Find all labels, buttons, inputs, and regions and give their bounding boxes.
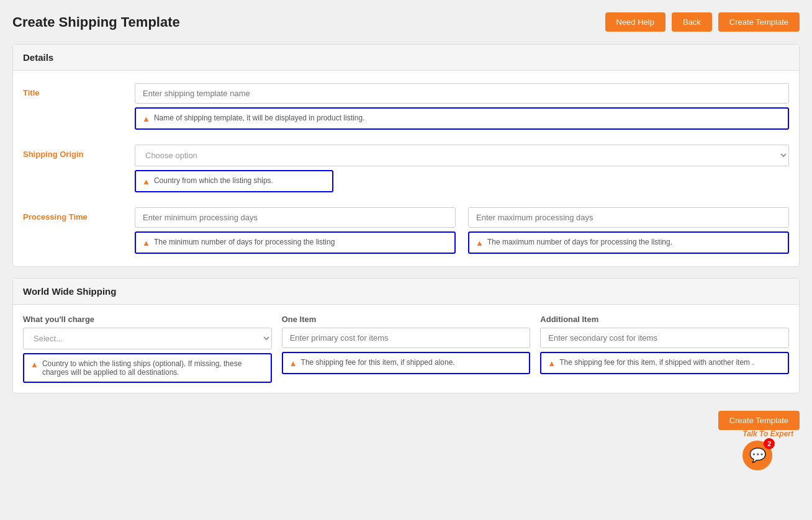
shipping-origin-content: Choose option ▲ Country from which the l…	[135, 145, 789, 192]
title-content: ▲ Name of shipping template, it will be …	[135, 83, 789, 130]
shipping-origin-hint-icon: ▲	[142, 177, 150, 186]
one-item-hint-box: ▲ The shipping fee for this item, if shi…	[282, 352, 531, 374]
title-hint-icon: ▲	[142, 114, 150, 123]
title-label: Title	[23, 83, 135, 97]
one-item-input[interactable]	[282, 328, 531, 348]
wws-body: What you'll charge Select... ▲ Country t…	[13, 305, 799, 393]
need-help-button[interactable]: Need Help	[605, 12, 665, 32]
create-template-button-bottom[interactable]: Create Template	[718, 411, 800, 430]
what-charge-hint-icon: ▲	[30, 360, 38, 369]
max-processing-hint-text: The maximum number of days for processin…	[487, 238, 672, 246]
what-charge-label: What you'll charge	[23, 315, 272, 324]
one-item-hint-icon: ▲	[289, 359, 297, 368]
what-charge-hint-text: Country to which the listing ships (opti…	[42, 359, 264, 377]
additional-item-col: Additional Item ▲ The shipping fee for t…	[540, 315, 789, 374]
min-processing-hint-box: ▲ The minimum number of days for process…	[135, 231, 456, 254]
what-charge-select[interactable]: Select...	[23, 328, 272, 349]
page-wrapper: Create Shipping Template Need Help Back …	[0, 0, 812, 520]
back-button[interactable]: Back	[672, 12, 712, 32]
title-input[interactable]	[135, 83, 789, 104]
chat-bubble-button[interactable]: 💬 2	[742, 441, 772, 470]
processing-time-row: Processing Time ▲ The minimum number of …	[23, 207, 789, 254]
additional-item-label: Additional Item	[540, 315, 789, 324]
chat-widget: ↗ Talk To Expert 💬 2	[742, 429, 793, 470]
what-charge-col: What you'll charge Select... ▲ Country t…	[23, 315, 272, 383]
title-row: Title ▲ Name of shipping template, it wi…	[23, 83, 789, 130]
shipping-origin-row: Shipping Origin Choose option ▲ Country …	[23, 145, 789, 192]
header-buttons: Need Help Back Create Template	[605, 12, 800, 32]
wws-section: World Wide Shipping What you'll charge S…	[12, 278, 800, 393]
additional-item-input[interactable]	[540, 328, 789, 348]
max-processing-hint-icon: ▲	[476, 238, 484, 248]
details-body: Title ▲ Name of shipping template, it wi…	[13, 71, 799, 266]
page-footer: Create Template	[12, 405, 800, 436]
one-item-label: One Item	[282, 315, 531, 324]
shipping-origin-hint-text: Country from which the listing ships.	[154, 176, 273, 185]
max-processing-input[interactable]	[468, 207, 789, 228]
min-processing-hint-text: The minimum number of days for processin…	[154, 238, 335, 246]
processing-time-label: Processing Time	[23, 207, 135, 222]
min-processing-hint-icon: ▲	[142, 238, 150, 248]
max-processing-col: ▲ The maximum number of days for process…	[468, 207, 789, 254]
one-item-hint-text: The shipping fee for this item, if shipp…	[301, 358, 455, 367]
shipping-origin-label: Shipping Origin	[23, 145, 135, 159]
title-hint-box: ▲ Name of shipping template, it will be …	[135, 107, 789, 130]
page-header: Create Shipping Template Need Help Back …	[12, 12, 800, 32]
additional-item-hint-text: The shipping fee for this item, if shipp…	[559, 358, 754, 367]
max-processing-hint-box: ▲ The maximum number of days for process…	[468, 231, 789, 254]
additional-item-hint-box: ▲ The shipping fee for this item, if shi…	[540, 352, 789, 374]
chat-badge: 2	[764, 438, 775, 449]
min-processing-col: ▲ The minimum number of days for process…	[135, 207, 456, 254]
title-hint-text: Name of shipping template, it will be di…	[154, 114, 365, 122]
wws-heading: World Wide Shipping	[13, 279, 799, 305]
wws-row: What you'll charge Select... ▲ Country t…	[23, 315, 789, 383]
min-processing-input[interactable]	[135, 207, 456, 228]
page-title: Create Shipping Template	[12, 14, 180, 30]
chat-icon: 💬	[749, 447, 766, 464]
details-heading: Details	[13, 45, 799, 71]
one-item-col: One Item ▲ The shipping fee for this ite…	[282, 315, 531, 374]
details-section: Details Title ▲ Name of shipping templat…	[12, 44, 800, 267]
processing-cols: ▲ The minimum number of days for process…	[135, 207, 789, 254]
additional-item-hint-icon: ▲	[548, 359, 556, 368]
shipping-origin-hint-box: ▲ Country from which the listing ships.	[135, 170, 333, 192]
shipping-origin-select[interactable]: Choose option	[135, 145, 789, 166]
what-charge-hint-box: ▲ Country to which the listing ships (op…	[23, 353, 272, 383]
create-template-button-top[interactable]: Create Template	[718, 12, 800, 32]
